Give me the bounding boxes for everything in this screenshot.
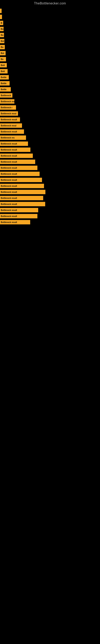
- bar-row: Bottleneck result: [0, 189, 100, 195]
- bar-label: Bottleneck result: [1, 143, 17, 145]
- bar: Bottleneck res: [0, 136, 26, 140]
- bar: Bottleneck result: [0, 154, 33, 158]
- bar-row: Bottleneck: [0, 92, 100, 98]
- bar-row: Bott: [0, 62, 100, 68]
- bar: Bottleneck resul: [0, 111, 18, 116]
- bar: Bottleneck resul: [0, 123, 22, 128]
- bar-label: Bot: [1, 52, 4, 54]
- bar-label: Bo: [1, 46, 3, 48]
- bar-row: Bottleneck result: [0, 195, 100, 201]
- bar-label: Bottleneck result: [1, 215, 17, 217]
- bar: Bottleneck result: [0, 130, 24, 134]
- bar-label: Bottleneck result: [1, 149, 17, 151]
- bar: Bottleneck r: [0, 105, 16, 110]
- bar-row: Bott: [0, 68, 100, 74]
- bar-row: Bottleneck result: [0, 141, 100, 146]
- bar-label: B: [1, 22, 2, 24]
- bar: Bottleneck res: [0, 99, 14, 104]
- bar: Bottle: [0, 75, 9, 80]
- bar-row: B: [0, 20, 100, 26]
- bar: Bottleneck result: [0, 220, 30, 224]
- bar: Bo: [0, 27, 3, 31]
- bar-label: Bottleneck result: [1, 209, 17, 211]
- bar-row: Bottleneck result: [0, 177, 100, 183]
- bar-row: Bottle: [0, 74, 100, 80]
- bar-label: Bo: [1, 28, 3, 30]
- bar-label: Bottleneck result: [1, 167, 17, 169]
- bar-row: [0, 14, 100, 20]
- bar-row: Bottleneck result: [0, 129, 100, 134]
- bar: Bottleneck result: [0, 160, 35, 164]
- bar-row: Bottleneck result: [0, 153, 100, 158]
- bar-label: Bottleneck result: [1, 155, 17, 157]
- bar-label: Bottleneck result: [1, 173, 17, 175]
- bar-row: Bottleneck resul: [0, 123, 100, 128]
- bar-label: Bottleneck resul: [1, 112, 16, 115]
- bar-row: Bottleneck result: [0, 183, 100, 189]
- bar: Bottleneck result: [0, 202, 45, 206]
- bar-label: Bottleneck result: [1, 197, 17, 199]
- bar-row: Bottleneck result: [0, 117, 100, 122]
- bar-row: Bo: [0, 32, 100, 38]
- bar: Bottleneck result: [0, 172, 40, 176]
- bar-row: Bottleneck result: [0, 147, 100, 152]
- bar-label: Bottleneck result: [1, 130, 17, 133]
- bar-label: Bottleneck res: [1, 137, 15, 139]
- bar-label: Bot: [1, 40, 4, 42]
- bar-label: Bottleneck r: [1, 106, 12, 109]
- bar-row: Bottle: [0, 80, 100, 86]
- bar-row: Bottleneck res: [0, 135, 100, 140]
- bar: B: [0, 21, 3, 25]
- bar-row: Bottleneck resul: [0, 111, 100, 116]
- bar-row: Bo: [0, 26, 100, 32]
- bar-label: Bo: [1, 34, 3, 36]
- bar-row: Bo: [0, 56, 100, 62]
- bar: Bottleneck result: [0, 142, 28, 146]
- bar-row: Bottleneck result: [0, 219, 100, 225]
- bar-label: Bott: [1, 70, 5, 72]
- bar: Bot: [0, 51, 6, 55]
- bar: Bottleneck result: [0, 148, 30, 152]
- bar-label: Bottleneck result: [1, 185, 17, 187]
- site-title: TheBottlenecker.com: [0, 0, 100, 6]
- bar-label: Bo: [1, 58, 3, 60]
- bar: Bottleneck result: [0, 117, 20, 122]
- bar: Bo: [0, 33, 4, 37]
- bar-row: Bottleneck result: [0, 207, 100, 213]
- bar-label: Bottleneck result: [1, 118, 17, 121]
- bar-label: Bottleneck: [1, 94, 11, 96]
- bars-container: BBoBoBotBoBotBoBottBottBottleBottleBottl…: [0, 6, 100, 228]
- bar-label: Bottle: [1, 76, 6, 78]
- bar: [0, 15, 2, 19]
- bar-label: Bottleneck res: [1, 100, 14, 103]
- bar-label: Bott: [1, 64, 5, 66]
- bar: Bottleneck result: [0, 190, 46, 194]
- bar: Bottleneck result: [0, 196, 43, 200]
- bar-row: Bottle: [0, 86, 100, 92]
- bar: Bottle: [0, 81, 10, 86]
- bar: Bo: [0, 45, 5, 49]
- bar-row: Bottleneck result: [0, 171, 100, 177]
- bar: Bo: [0, 57, 6, 62]
- bar: Bottleneck result: [0, 184, 44, 188]
- bar-label: Bottleneck result: [1, 179, 17, 181]
- bar-label: Bottleneck result: [1, 203, 17, 205]
- bar: Bottleneck result: [0, 178, 42, 182]
- bar-row: Bot: [0, 38, 100, 44]
- bar-row: Bottleneck result: [0, 159, 100, 164]
- bar: Bottleneck: [0, 93, 12, 98]
- bar-label: Bottleneck result: [1, 161, 17, 163]
- bar-label: Bottleneck result: [1, 221, 17, 224]
- bar: Bottleneck result: [0, 208, 38, 212]
- bar: Bot: [0, 39, 4, 43]
- bar-row: Bottleneck result: [0, 165, 100, 171]
- bar: [0, 9, 1, 13]
- bar-label: Bottle: [1, 88, 6, 90]
- bar-row: [0, 8, 100, 14]
- bar-row: Bot: [0, 50, 100, 56]
- bar: Bott: [0, 63, 7, 68]
- bar: Bottle: [0, 87, 11, 92]
- bar: Bott: [0, 69, 8, 74]
- bar-label: Bottle: [1, 82, 6, 84]
- bar-row: Bottleneck result: [0, 213, 100, 219]
